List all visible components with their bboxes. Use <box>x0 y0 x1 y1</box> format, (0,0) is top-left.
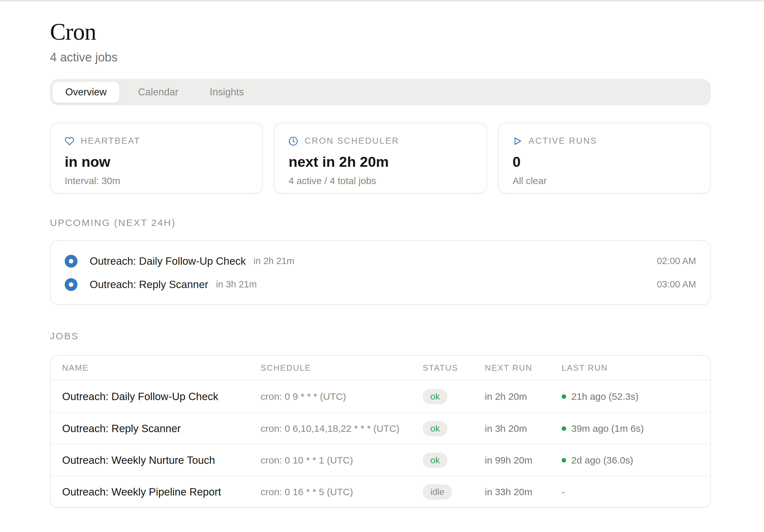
job-last-run-text: 2d ago (36.0s) <box>571 455 633 466</box>
job-schedule: cron: 0 9 * * * (UTC) <box>261 391 423 402</box>
heartbeat-interval: Interval: 30m <box>65 175 248 186</box>
active-jobs-count: 4 active jobs <box>50 51 711 64</box>
jobs-heading: JOBS <box>50 331 711 342</box>
active-runs-status: All clear <box>513 175 696 186</box>
job-schedule: cron: 0 16 * * 5 (UTC) <box>261 486 423 497</box>
heartbeat-card: HEARTBEAT in now Interval: 30m <box>50 122 263 194</box>
upcoming-job-name: Outreach: Reply Scanner <box>90 278 208 291</box>
clock-icon <box>288 136 298 146</box>
active-runs-card: ACTIVE RUNS 0 All clear <box>498 122 711 194</box>
upcoming-heading: UPCOMING (NEXT 24H) <box>50 217 711 228</box>
job-last-run-text: 21h ago (52.3s) <box>571 391 639 402</box>
job-name: Outreach: Weekly Pipeline Report <box>62 486 261 498</box>
jobs-summary: 4 active / 4 total jobs <box>288 175 472 186</box>
upcoming-list: Outreach: Daily Follow-Up Check in 2h 21… <box>50 241 711 305</box>
stat-cards: HEARTBEAT in now Interval: 30m CRON SCHE… <box>50 122 711 194</box>
window-top-edge <box>0 0 764 2</box>
success-dot-icon <box>562 458 566 462</box>
job-next-run: in 33h 20m <box>485 486 562 497</box>
job-last-run: 2d ago (36.0s) <box>562 455 710 466</box>
job-last-run-text: - <box>562 486 565 497</box>
status-badge: ok <box>423 389 448 404</box>
upcoming-relative-time: in 3h 21m <box>216 279 257 290</box>
column-header-next-run: NEXT RUN <box>485 363 562 373</box>
job-name: Outreach: Reply Scanner <box>62 423 261 435</box>
upcoming-clock-time: 03:00 AM <box>657 279 696 290</box>
upcoming-item[interactable]: Outreach: Daily Follow-Up Check in 2h 21… <box>65 249 696 273</box>
job-last-run: - <box>562 486 710 497</box>
job-name: Outreach: Weekly Nurture Touch <box>62 454 261 466</box>
column-header-last-run: LAST RUN <box>562 363 710 373</box>
column-header-status: STATUS <box>423 363 485 373</box>
job-schedule: cron: 0 10 * * 1 (UTC) <box>261 455 423 466</box>
cron-scheduler-label: CRON SCHEDULER <box>304 136 399 146</box>
active-runs-count: 0 <box>513 154 696 170</box>
job-last-run-text: 39m ago (1m 6s) <box>571 423 644 434</box>
heartbeat-value: in now <box>65 154 248 170</box>
table-row[interactable]: Outreach: Weekly Nurture Touch cron: 0 1… <box>51 444 710 476</box>
job-last-run: 39m ago (1m 6s) <box>562 423 710 434</box>
next-run-countdown: next in 2h 20m <box>288 154 472 170</box>
cron-scheduler-card: CRON SCHEDULER next in 2h 20m 4 active /… <box>274 122 487 194</box>
upcoming-relative-time: in 2h 21m <box>254 256 294 266</box>
cron-dashboard: Cron 4 active jobs Overview Calendar Ins… <box>50 18 711 508</box>
page-title: Cron <box>50 18 711 46</box>
tab-overview[interactable]: Overview <box>53 82 119 103</box>
tab-bar: Overview Calendar Insights <box>50 79 711 105</box>
status-badge: idle <box>423 484 452 500</box>
job-next-run: in 2h 20m <box>485 391 562 402</box>
job-schedule: cron: 0 6,10,14,18,22 * * * (UTC) <box>261 423 423 434</box>
upcoming-clock-time: 02:00 AM <box>657 256 696 266</box>
success-dot-icon <box>562 394 566 399</box>
status-badge: ok <box>423 421 448 436</box>
job-next-run: in 3h 20m <box>485 423 562 434</box>
jobs-table-header: NAME SCHEDULE STATUS NEXT RUN LAST RUN <box>51 356 710 381</box>
upcoming-job-name: Outreach: Daily Follow-Up Check <box>90 255 246 267</box>
column-header-schedule: SCHEDULE <box>261 363 423 373</box>
jobs-table: NAME SCHEDULE STATUS NEXT RUN LAST RUN O… <box>50 355 711 508</box>
play-icon <box>513 136 522 146</box>
table-row[interactable]: Outreach: Weekly Pipeline Report cron: 0… <box>51 476 710 507</box>
table-row[interactable]: Outreach: Daily Follow-Up Check cron: 0 … <box>51 381 710 412</box>
job-name: Outreach: Daily Follow-Up Check <box>62 391 261 403</box>
status-badge: ok <box>423 452 448 468</box>
tab-calendar[interactable]: Calendar <box>125 82 191 103</box>
tab-insights[interactable]: Insights <box>197 82 257 103</box>
tab-calendar-label: Calendar <box>138 87 178 98</box>
active-runs-label: ACTIVE RUNS <box>529 136 598 146</box>
job-next-run: in 99h 20m <box>485 455 562 466</box>
heartbeat-label: HEARTBEAT <box>81 136 140 146</box>
tab-insights-label: Insights <box>210 87 244 98</box>
upcoming-item[interactable]: Outreach: Reply Scanner in 3h 21m 03:00 … <box>65 273 696 296</box>
table-row[interactable]: Outreach: Reply Scanner cron: 0 6,10,14,… <box>51 412 710 444</box>
column-header-name: NAME <box>62 363 261 373</box>
job-last-run: 21h ago (52.3s) <box>562 391 710 402</box>
heart-icon <box>65 136 74 146</box>
timeline-dot-icon <box>65 278 78 291</box>
tab-overview-label: Overview <box>65 87 106 98</box>
success-dot-icon <box>562 427 566 431</box>
timeline-dot-icon <box>65 255 78 267</box>
